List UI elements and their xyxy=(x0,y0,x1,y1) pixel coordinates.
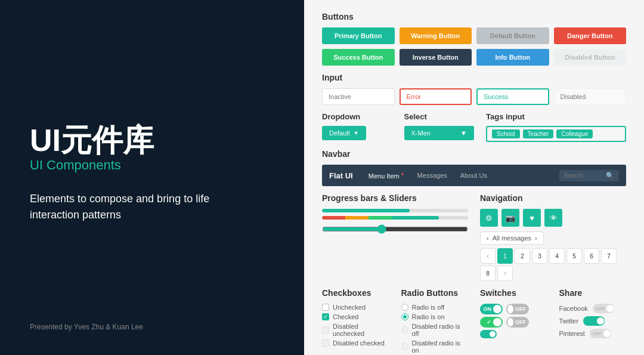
navbar-search[interactable]: 🔍 xyxy=(559,170,619,181)
page-1[interactable]: 1 xyxy=(497,248,513,264)
navigation-label: Navigation xyxy=(480,193,626,203)
main-title: UI元件库 xyxy=(30,124,274,158)
tag-teacher: Teacher xyxy=(523,129,554,138)
dropdown-value: Default xyxy=(329,129,350,137)
navbar-search-input[interactable] xyxy=(564,172,606,179)
radio-label-disabled-on: Disabled radio is on xyxy=(412,339,469,354)
tag-school: School xyxy=(492,129,520,138)
progress-bar-2 xyxy=(322,216,468,220)
page-7[interactable]: 7 xyxy=(601,248,617,264)
navbar-label: Navbar xyxy=(322,149,626,159)
switch-check-1[interactable]: ✓ xyxy=(480,317,503,328)
share-twitter-label: Twitter xyxy=(559,317,578,325)
checkbox-box-unchecked[interactable] xyxy=(322,304,329,311)
nav-item-menu[interactable]: Menu Item ● xyxy=(363,168,410,183)
switch-thumb-5 xyxy=(490,331,496,337)
all-messages-button[interactable]: ‹ All messages › xyxy=(480,231,544,245)
radio-circle-on[interactable] xyxy=(401,313,408,320)
share-facebook-thumb xyxy=(606,305,614,312)
switch-thumb-2 xyxy=(507,305,513,313)
tags-label: Tags input xyxy=(486,112,626,121)
nav-item-about[interactable]: About Us xyxy=(454,168,493,183)
switch-off-2[interactable]: OFF xyxy=(506,317,529,328)
success-button[interactable]: Success Button xyxy=(322,49,395,66)
page-next[interactable]: › xyxy=(497,266,513,281)
inactive-input[interactable] xyxy=(322,88,395,105)
bottom-row: Progress bars & Sliders Navigation ⚙ 📷 ♥… xyxy=(322,193,626,281)
radio-circle-disabled-off xyxy=(401,326,408,334)
nav-icon-camera[interactable]: 📷 xyxy=(501,209,519,227)
switches-label: Switches xyxy=(480,288,547,298)
checkbox-label-disabled-unchecked: Disabled unchecked xyxy=(333,323,389,337)
disabled-button: Disabled Button xyxy=(554,49,627,66)
share-section: Share Facebook OFF Twitter Pinterest OFF xyxy=(559,288,627,355)
select-arrow-icon: ▼ xyxy=(460,129,467,137)
presenter: Presented by Yves Zhu & Kuan Lee xyxy=(30,323,274,331)
radio-off[interactable]: Radio is off xyxy=(401,304,469,311)
warning-button[interactable]: Warning Button xyxy=(400,27,472,44)
dropdown-arrow-icon: ▼ xyxy=(354,130,359,136)
share-facebook: Facebook OFF xyxy=(559,304,627,313)
chevron-right-icon: › xyxy=(535,234,537,242)
slider-input[interactable] xyxy=(322,224,468,234)
switch-small[interactable] xyxy=(480,330,497,338)
page-4[interactable]: 4 xyxy=(549,248,565,264)
buttons-section: Buttons Primary Button Warning Button De… xyxy=(322,12,626,66)
nav-badge: ● xyxy=(401,171,404,177)
success-input[interactable] xyxy=(476,88,549,105)
nav-item-messages[interactable]: Messages xyxy=(411,168,453,183)
share-pinterest-switch[interactable]: OFF xyxy=(590,329,611,338)
danger-button[interactable]: Danger Button xyxy=(554,27,627,44)
search-icon: 🔍 xyxy=(606,172,614,180)
buttons-label: Buttons xyxy=(322,12,626,21)
share-twitter-thumb xyxy=(597,317,604,325)
checkbox-box-checked[interactable]: ✓ xyxy=(322,313,329,320)
navbar-brand: Flat UI xyxy=(329,171,353,180)
switch-on-1[interactable]: ON xyxy=(480,304,503,314)
page-8[interactable]: 8 xyxy=(480,266,496,281)
page-2[interactable]: 2 xyxy=(515,248,530,264)
inverse-button[interactable]: Inverse Button xyxy=(400,49,472,66)
select-box[interactable]: X-Men ▼ xyxy=(404,126,475,140)
radio-circle-off[interactable] xyxy=(401,304,408,311)
dropdown-select-tags-row: Dropdown Default ▼ Select X-Men ▼ Tags i… xyxy=(322,112,626,142)
page-prev[interactable]: ‹ xyxy=(480,248,496,264)
checkbox-checked[interactable]: ✓ Checked xyxy=(322,313,389,320)
tags-box[interactable]: School Teacher Colleague xyxy=(486,126,626,142)
select-label: Select xyxy=(404,112,475,121)
page-6[interactable]: 6 xyxy=(584,248,599,264)
share-twitter-switch[interactable] xyxy=(583,316,605,326)
page-3[interactable]: 3 xyxy=(532,248,547,264)
input-label: Input xyxy=(322,73,626,82)
switches-section: Switches ON OFF ✓ OFF xyxy=(480,288,547,355)
radio-disabled-off: Disabled radio is off xyxy=(401,323,469,337)
share-facebook-switch[interactable]: OFF xyxy=(593,304,614,313)
progress-bar-1 xyxy=(322,209,468,212)
error-input[interactable] xyxy=(400,88,472,105)
navbar-section: Navbar Flat UI Menu Item ● Messages Abou… xyxy=(322,149,626,186)
four-col-row: Checkboxes Unchecked ✓ Checked Disabled … xyxy=(322,288,626,355)
checkbox-label-checked: Checked xyxy=(333,313,358,320)
navigation-section: Navigation ⚙ 📷 ♥ 👁 ‹ All messages › ‹ 1 … xyxy=(480,193,626,281)
tag-colleague: Colleague xyxy=(556,129,593,138)
share-pinterest-thumb xyxy=(603,330,611,337)
info-button[interactable]: Info Button xyxy=(476,49,549,66)
radio-label: Radio Buttons xyxy=(401,288,469,298)
progress-label: Progress bars & Sliders xyxy=(322,193,468,203)
switch-off-1[interactable]: OFF xyxy=(506,304,529,314)
share-facebook-label: Facebook xyxy=(559,305,588,312)
primary-button[interactable]: Primary Button xyxy=(322,27,395,44)
default-button[interactable]: Default Button xyxy=(476,27,549,44)
slider-wrap[interactable] xyxy=(322,224,468,236)
progress-section: Progress bars & Sliders xyxy=(322,193,468,281)
page-5[interactable]: 5 xyxy=(566,248,582,264)
nav-icon-eye[interactable]: 👁 xyxy=(544,209,562,227)
nav-icon-heart[interactable]: ♥ xyxy=(523,209,541,227)
radio-on[interactable]: Radio is on xyxy=(401,313,469,320)
share-pinterest-label: Pinterest xyxy=(559,330,585,337)
subtitle: UI Components xyxy=(30,158,274,173)
nav-icon-settings[interactable]: ⚙ xyxy=(480,209,498,227)
checkbox-unchecked[interactable]: Unchecked xyxy=(322,304,389,311)
dropdown-button[interactable]: Default ▼ xyxy=(322,126,366,140)
switch-off-label-2: OFF xyxy=(515,319,526,325)
